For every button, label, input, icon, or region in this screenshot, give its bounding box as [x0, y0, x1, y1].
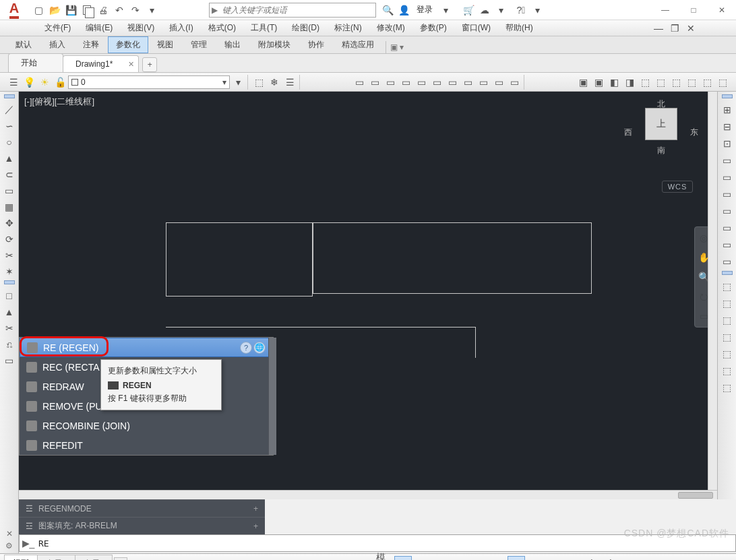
polar-toggle[interactable]: ✧ — [451, 556, 468, 561]
toolbar-grip[interactable] — [722, 94, 733, 98]
command-input[interactable] — [37, 538, 735, 549]
menu-draw[interactable]: 绘图(D) — [285, 21, 326, 35]
undo-icon[interactable]: ↶ — [112, 3, 127, 18]
rotate-icon[interactable]: ⟳ — [2, 232, 17, 246]
mdi-close[interactable]: ✕ — [683, 21, 698, 36]
suggest-item[interactable]: REFEDIT — [20, 435, 273, 455]
scrollbar-thumb[interactable] — [678, 492, 713, 499]
tb-icon[interactable]: ▭ — [720, 220, 735, 235]
tb-icon[interactable]: ▲ — [2, 305, 17, 319]
ribbon-tab-active[interactable]: 参数化 — [108, 36, 148, 53]
tb-icon[interactable]: ▭ — [2, 353, 17, 367]
explode-icon[interactable]: ✶ — [2, 264, 17, 278]
osnap-toggle[interactable]: ▣ — [508, 556, 525, 561]
toolbar-grip[interactable] — [4, 280, 15, 284]
help-drop-icon[interactable]: ▾ — [530, 3, 545, 18]
tb-icon[interactable]: ⬚ — [720, 363, 735, 378]
menu-edit[interactable]: 编辑(E) — [79, 21, 119, 35]
new-tab-button[interactable]: + — [142, 57, 157, 72]
viewcube-east[interactable]: 东 — [690, 127, 698, 138]
menu-window[interactable]: 窗口(W) — [455, 21, 497, 35]
mirror-icon[interactable]: ▲ — [2, 151, 17, 165]
tb-icon[interactable]: ▭ — [398, 75, 413, 90]
tb-icon[interactable]: ◨ — [622, 75, 637, 90]
tb-icon[interactable]: ▭ — [720, 237, 735, 252]
globe-icon[interactable]: 🌐 — [253, 342, 266, 354]
ribbon-tab[interactable]: 输出 — [216, 36, 249, 53]
lineweight-toggle[interactable]: ≡ — [526, 556, 544, 561]
mdi-restore[interactable]: ❐ — [667, 21, 682, 36]
tb-icon[interactable]: ⊟ — [720, 119, 735, 134]
lock-icon[interactable]: 🔓 — [53, 75, 67, 90]
history-item[interactable]: ☲图案填充: AR-BRELM+ — [19, 517, 265, 534]
viewcube-north[interactable]: 北 — [624, 98, 698, 110]
suggest-item[interactable]: RECOMBINE (JOIN) — [20, 416, 273, 435]
monitor-icon[interactable]: 🖵 — [677, 556, 694, 561]
tb-icon[interactable]: ▭ — [352, 75, 367, 90]
search-input[interactable] — [220, 5, 375, 15]
viewcube-west[interactable]: 西 — [624, 127, 632, 138]
tb-icon[interactable]: ⬚ — [720, 296, 735, 311]
tb-icon[interactable]: ⬚ — [720, 346, 735, 361]
toolbar-grip[interactable] — [722, 271, 733, 275]
otrack-toggle[interactable]: ∠ — [489, 556, 506, 561]
tb-icon[interactable]: ▭ — [720, 254, 735, 269]
wcs-badge[interactable]: WCS — [662, 181, 693, 193]
tb-icon[interactable]: ▭ — [414, 75, 429, 90]
menu-insert[interactable]: 插入(I) — [162, 21, 200, 35]
status-model-button[interactable]: 模型 — [375, 556, 393, 561]
tb-icon[interactable]: ✂ — [2, 321, 17, 335]
file-tab-drawing[interactable]: Drawing1* ✕ — [63, 55, 139, 72]
cart-icon[interactable]: 🛒 — [461, 3, 476, 18]
tb-icon[interactable]: ⬚ — [653, 75, 668, 90]
window-minimize[interactable]: ― — [651, 1, 679, 20]
new-icon[interactable]: ▢ — [31, 3, 46, 18]
clean-screen-icon[interactable]: ▭ — [696, 556, 713, 561]
window-close[interactable]: ✕ — [708, 1, 736, 20]
scrollbar-vertical[interactable] — [708, 92, 717, 490]
viewport-label[interactable]: [-][俯视][二维线框] — [24, 96, 94, 108]
tb-icon[interactable]: ⊞ — [720, 102, 735, 117]
viewcube-face[interactable]: 上 — [645, 108, 677, 140]
anno-toggle[interactable]: 人 — [583, 556, 601, 561]
tb-icon[interactable]: ⬚ — [669, 75, 683, 90]
drawing-canvas[interactable]: [-][俯视][二维线框] 北 西 上 东 南 WCS ◎ ✋ 🔍 ⭮ ▭ R — [19, 92, 717, 499]
tb-icon[interactable]: ⬚ — [684, 75, 699, 90]
anno-scale-toggle[interactable]: 人 — [602, 556, 619, 561]
hatch-icon[interactable]: ▦ — [2, 199, 17, 214]
viewcube-south[interactable]: 南 — [624, 145, 698, 156]
menu-help[interactable]: 帮助(H) — [499, 21, 540, 35]
layer-iso-icon[interactable]: ☰ — [282, 75, 297, 90]
circle-icon[interactable]: ○ — [2, 135, 17, 149]
login-label[interactable]: 登录 — [412, 4, 437, 15]
print-icon[interactable]: 🖨 — [96, 3, 111, 18]
menu-format[interactable]: 格式(O) — [202, 21, 243, 35]
customize-icon[interactable]: ≡ — [714, 556, 732, 561]
rect-icon[interactable]: ▭ — [2, 183, 17, 197]
ribbon-tab[interactable]: 协作 — [299, 36, 333, 53]
layer-drop-icon[interactable]: ▾ — [231, 75, 245, 90]
menu-view[interactable]: 视图(V) — [121, 21, 161, 35]
tb-icon[interactable]: ▭ — [476, 75, 491, 90]
tb-icon[interactable]: ▭ — [429, 75, 444, 90]
menu-param[interactable]: 参数(P) — [413, 21, 454, 35]
layer-freeze-icon[interactable]: ❄ — [267, 75, 282, 90]
layer-dropdown[interactable]: 0 ▾ — [68, 75, 230, 89]
ribbon-tab-options[interactable]: ▣ ▾ — [386, 41, 408, 53]
help-icon[interactable]: ?⃝ — [514, 3, 528, 18]
tb-icon[interactable]: ▣ — [591, 75, 606, 90]
ribbon-tab[interactable]: 默认 — [7, 36, 40, 53]
login-drop-icon[interactable]: ▾ — [438, 3, 453, 18]
tb-icon[interactable]: ▭ — [720, 153, 735, 168]
tb-icon[interactable]: ▭ — [367, 75, 382, 90]
tb-icon[interactable]: ⬚ — [720, 380, 735, 395]
tb-icon[interactable]: ⬚ — [715, 75, 730, 90]
tb-icon[interactable]: ⬚ — [720, 313, 735, 328]
snap-toggle[interactable]: ∷ — [413, 556, 431, 561]
ribbon-tab[interactable]: 插入 — [40, 36, 74, 53]
close-tab-icon[interactable]: ✕ — [128, 60, 134, 69]
workspace-icon[interactable]: ⊕ — [658, 556, 675, 561]
gear-icon[interactable]: ⚙▾ — [639, 556, 656, 561]
sun-icon[interactable]: ☀ — [37, 75, 52, 90]
cloud-icon[interactable]: ☁ — [477, 3, 492, 18]
